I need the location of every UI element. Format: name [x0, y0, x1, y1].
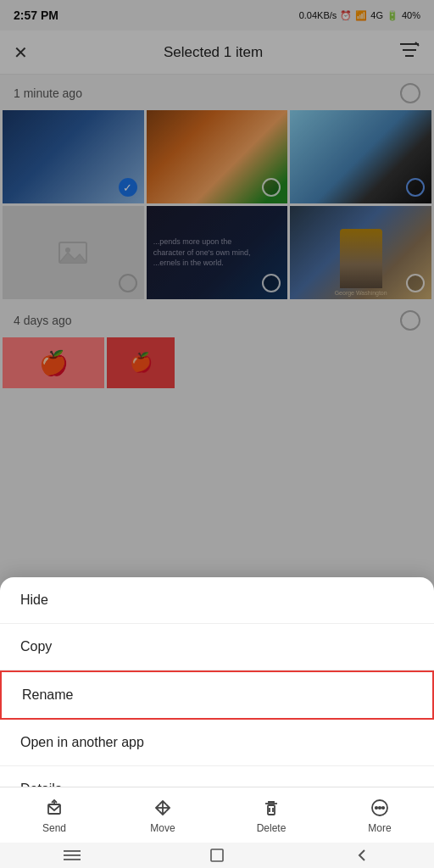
send-label: Send [42, 822, 66, 834]
menu-item-open-in-app[interactable]: Open in another app [0, 720, 434, 766]
nav-back-button[interactable] [345, 845, 379, 865]
send-button[interactable]: Send [29, 797, 80, 834]
svg-point-15 [379, 806, 381, 808]
more-icon [369, 797, 391, 819]
more-button[interactable]: More [354, 797, 405, 834]
menu-item-hide[interactable]: Hide [0, 577, 434, 624]
context-menu: Hide Copy Rename Open in another app Det… [0, 577, 434, 812]
nav-menu-button[interactable] [55, 845, 89, 865]
menu-item-copy[interactable]: Copy [0, 624, 434, 670]
bottom-toolbar: Send Move Delete [0, 787, 434, 843]
delete-button[interactable]: Delete [246, 797, 297, 834]
move-label: Move [150, 822, 175, 834]
menu-item-copy-label: Copy [20, 639, 52, 654]
delete-label: Delete [257, 822, 287, 834]
send-icon [43, 797, 65, 819]
move-icon [152, 797, 174, 819]
menu-item-open-in-app-label: Open in another app [20, 735, 144, 750]
more-label: More [368, 822, 391, 834]
svg-point-16 [382, 806, 384, 808]
delete-icon [260, 797, 282, 819]
move-button[interactable]: Move [137, 797, 188, 834]
svg-rect-20 [211, 849, 223, 861]
menu-item-rename-label: Rename [22, 687, 73, 703]
menu-item-rename[interactable]: Rename [0, 670, 434, 720]
svg-point-14 [376, 806, 377, 808]
nav-home-button[interactable] [200, 845, 234, 865]
nav-bar [0, 843, 434, 868]
menu-item-hide-label: Hide [20, 593, 48, 608]
